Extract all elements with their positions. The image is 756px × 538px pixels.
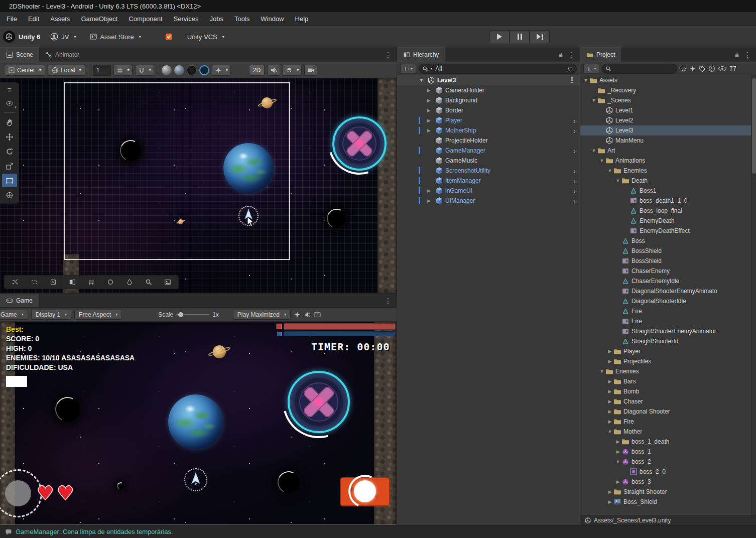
menu-gameobject[interactable]: GameObject — [75, 15, 123, 23]
hierarchy-item-border[interactable]: ▶Border — [397, 105, 580, 115]
menu-tools[interactable]: Tools — [229, 15, 255, 23]
expand-arrow[interactable]: ▶ — [606, 379, 613, 384]
tab-project[interactable]: Project — [580, 47, 621, 62]
project-search-input[interactable] — [613, 65, 674, 73]
open-prefab-chevron[interactable]: › — [573, 177, 576, 185]
project-item-boss_1[interactable]: ▶boss_1 — [580, 447, 756, 457]
hierarchy-search-input[interactable] — [434, 65, 565, 73]
menu-assets[interactable]: Assets — [45, 15, 75, 23]
mode-2d-button[interactable]: 2D — [249, 65, 265, 76]
hierarchy-search-field[interactable]: ▾ — [419, 64, 577, 74]
expand-arrow[interactable]: ▶ — [427, 88, 435, 93]
project-item-boss_1_death[interactable]: ▶boss_1_death — [580, 437, 756, 447]
scene-viewport[interactable]: ≡ ▾ — [0, 78, 397, 293]
project-item-boss_death1_1_0[interactable]: boss_death1_1_0 — [580, 196, 756, 206]
shoot-button[interactable] — [354, 480, 376, 502]
create-object-button[interactable]: +▾ — [400, 64, 416, 74]
expand-arrow[interactable]: ▼ — [598, 369, 605, 374]
expand-arrow[interactable]: ▼ — [590, 148, 597, 153]
project-item-death[interactable]: ▼Death — [580, 176, 756, 186]
camera-preview-button[interactable] — [159, 277, 177, 288]
game-tab-menu-icon[interactable]: ⋮ — [382, 297, 395, 305]
expand-arrow[interactable]: ▶ — [427, 198, 435, 203]
menu-services[interactable]: Services — [168, 15, 204, 23]
tab-scene[interactable]: Scene — [0, 47, 39, 62]
expand-arrow[interactable]: ▶ — [614, 439, 621, 444]
expand-arrow[interactable]: ▶ — [614, 449, 621, 454]
hierarchy-item-projectileholder[interactable]: ProjectileHolder — [397, 136, 580, 146]
project-item-level2[interactable]: Level2 — [580, 115, 756, 125]
rotate-tool-button[interactable] — [2, 145, 17, 158]
open-prefab-chevron[interactable]: › — [573, 116, 576, 125]
hierarchy-item-screenshotutility[interactable]: ScreenshotUtility› — [397, 166, 580, 176]
menu-jobs[interactable]: Jobs — [204, 15, 228, 23]
lighting-toggle-button[interactable] — [174, 65, 184, 75]
project-item-enemydeatheffect[interactable]: EnemyDeathEffect — [580, 226, 756, 236]
scene-visibility-button[interactable]: ▾ — [283, 65, 302, 76]
skybox-toggle-button[interactable] — [199, 65, 209, 75]
expand-arrow[interactable]: ▶ — [427, 98, 435, 103]
project-item-level3[interactable]: Level3 — [580, 125, 756, 136]
circle-overlay-button[interactable] — [101, 277, 119, 288]
open-prefab-chevron[interactable]: › — [573, 126, 576, 135]
scene-audio-mute-button[interactable] — [267, 65, 280, 76]
view-tool-button[interactable]: ▾ — [2, 96, 17, 110]
display-dropdown[interactable]: Display 1 ▾ — [31, 310, 71, 320]
maximize-dropdown[interactable]: Play Maximized ▾ — [233, 310, 291, 320]
favorite-search-icon[interactable] — [689, 65, 696, 72]
project-item-boss_2[interactable]: ▼boss_2 — [580, 457, 756, 467]
project-item-boss_3[interactable]: ▶boss_3 — [580, 477, 756, 487]
project-item-projectiles[interactable]: ▶Projectiles — [580, 356, 756, 366]
expand-arrow[interactable]: ▼ — [590, 98, 597, 103]
camera-settings-button[interactable] — [304, 65, 317, 76]
project-item-diagonalshooteridle[interactable]: DiagonalShooterIdle — [580, 296, 756, 306]
project-item-straight-shooter[interactable]: ▶Straight Shooter — [580, 487, 756, 497]
project-item-straightshooterenemyanimator[interactable]: StraightShooterEnemyAnimator — [580, 326, 756, 336]
menu-window[interactable]: Window — [255, 15, 289, 23]
filter-by-label-icon[interactable] — [699, 65, 706, 72]
open-prefab-chevron[interactable]: › — [573, 187, 576, 195]
project-item-player[interactable]: ▶Player — [580, 346, 756, 356]
move-tool-button[interactable] — [2, 130, 17, 144]
menu-edit[interactable]: Edit — [23, 15, 45, 23]
transform-tool-button[interactable] — [2, 188, 17, 202]
hierarchy-item-ingameui[interactable]: ▶inGameUI› — [397, 186, 580, 196]
project-item-fire[interactable]: Fire — [580, 306, 756, 316]
project-item-enemydeath[interactable]: EnemyDeath — [580, 216, 756, 226]
project-item-animations[interactable]: ▼Animations — [580, 156, 756, 166]
tab-animator[interactable]: Animator — [39, 47, 85, 62]
expand-arrow[interactable]: ▶ — [427, 128, 435, 133]
project-item-enemies[interactable]: ▼Enemies — [580, 166, 756, 176]
project-item-chaserenemy[interactable]: ChaserEnemy — [580, 266, 756, 276]
open-prefab-chevron[interactable]: › — [573, 167, 576, 175]
menu-help[interactable]: Help — [290, 15, 314, 23]
project-item-mother[interactable]: ▼Mother — [580, 427, 756, 437]
grid-overlay-button[interactable] — [82, 277, 100, 288]
project-item-boss_shield[interactable]: ▶Boss_Shield — [580, 497, 756, 507]
hierarchy-scene-row[interactable]: ▼ Level3 ⋮ — [397, 75, 580, 85]
hand-tool-button[interactable] — [2, 115, 17, 129]
project-item-assets[interactable]: ▼Assets — [580, 75, 756, 85]
hierarchy-menu-icon[interactable]: ⋮ — [565, 51, 578, 59]
hierarchy-item-gamemusic[interactable]: GameMusic — [397, 156, 580, 166]
account-button[interactable]: JV ▾ — [47, 31, 79, 43]
snap-settings-button[interactable]: ▾ — [135, 65, 154, 76]
menu-file[interactable]: File — [1, 15, 23, 23]
delete-overlay-button[interactable] — [44, 277, 62, 288]
expand-arrow[interactable]: ▶ — [606, 489, 613, 494]
virtual-joystick-knob[interactable] — [5, 480, 31, 506]
asset-store-button[interactable]: Asset Store ▾ — [86, 31, 144, 43]
game-effects-icon[interactable] — [294, 311, 301, 318]
game-target-dropdown[interactable]: Game ▾ — [0, 310, 28, 320]
menu-component[interactable]: Component — [123, 15, 168, 23]
shading-mode-button[interactable] — [162, 65, 172, 75]
expand-arrow[interactable]: ▶ — [427, 188, 435, 193]
expand-arrow[interactable]: ▶ — [606, 409, 613, 414]
expand-arrow[interactable]: ▶ — [606, 349, 613, 354]
hierarchy-item-background[interactable]: ▶Background — [397, 95, 580, 105]
console-status-bar[interactable]: GameManager: Cena limpa de entidades tem… — [0, 525, 756, 538]
expand-arrow[interactable]: ▶ — [606, 359, 613, 364]
orientation-overlay-button[interactable] — [6, 277, 24, 288]
project-item-bossshield[interactable]: BossShield — [580, 256, 756, 266]
vcs-status-icon[interactable] — [164, 32, 173, 41]
